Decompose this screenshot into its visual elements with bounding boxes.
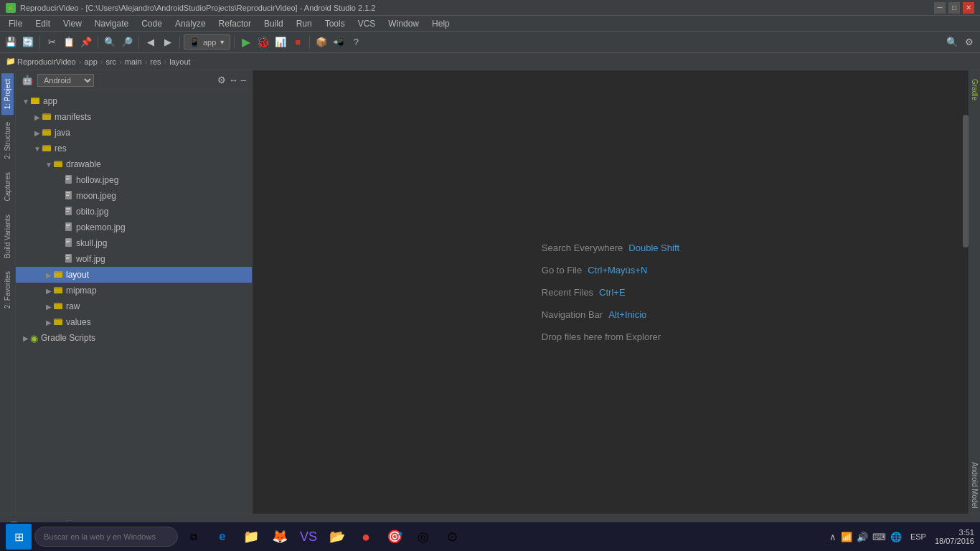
start-button[interactable]: ⊞ <box>6 524 32 550</box>
menu-item-run[interactable]: Run <box>291 17 318 30</box>
toolbar-cut[interactable]: ✂ <box>44 34 60 50</box>
sidebar-item-project[interactable]: 1: Project <box>1 73 14 115</box>
welcome-shortcut: Ctrl+E <box>599 287 625 298</box>
folder-app[interactable]: 📂 <box>324 524 350 550</box>
menu-item-tools[interactable]: Tools <box>319 17 351 30</box>
sidebar-item-structure[interactable]: 2: Structure <box>1 116 14 165</box>
breadcrumb-layout[interactable]: layout <box>169 57 190 66</box>
app-selector[interactable]: 📱 app ▼ <box>184 34 230 50</box>
help-button[interactable]: ? <box>348 34 364 50</box>
tree-item-mipmap[interactable]: ▶mipmap <box>16 283 252 298</box>
tree-item-obito[interactable]: obito.jpg <box>16 204 252 220</box>
run-button[interactable]: ▶ <box>238 34 254 50</box>
tree-item-moon[interactable]: moon.jpeg <box>16 188 252 204</box>
menu-item-help[interactable]: Help <box>426 17 456 30</box>
debug-button[interactable]: 🐞 <box>255 34 271 50</box>
taskbar-apps: ⧉ e 📁 🦊 VS 📂 ● 🎯 ◎ ⊙ <box>181 524 465 550</box>
sdk-manager[interactable]: 📦 <box>314 34 329 50</box>
menu-item-edit[interactable]: Edit <box>29 17 56 30</box>
explorer-app[interactable]: 📁 <box>238 524 264 550</box>
tree-item-manifests[interactable]: ▶manifests <box>16 109 252 125</box>
tree-item-app[interactable]: ▼app <box>16 93 252 109</box>
toolbar-save[interactable]: 💾 <box>3 34 19 50</box>
tree-label-obito: obito.jpg <box>76 207 108 217</box>
run-with-coverage[interactable]: 📊 <box>273 34 288 50</box>
app-9[interactable]: ⊙ <box>439 524 465 550</box>
panel-collapse-btn[interactable]: – <box>241 75 246 85</box>
close-button[interactable]: ✕ <box>963 2 974 14</box>
tree-item-wolf[interactable]: wolf.jpg <box>16 251 252 267</box>
project-view-selector[interactable]: Android Project Packages <box>37 74 94 87</box>
app-8[interactable]: ◎ <box>410 524 436 550</box>
maximize-button[interactable]: □ <box>948 2 960 14</box>
breadcrumb-project[interactable]: ReproducirVideo <box>17 57 76 66</box>
toolbar-paste[interactable]: 📌 <box>78 34 94 50</box>
welcome-line: Go to FileCtrl+Mayús+N <box>542 265 679 276</box>
sidebar-item-favorites[interactable]: 2: Favorites <box>1 265 14 314</box>
svg-rect-25 <box>66 227 69 227</box>
chrome-app[interactable]: ● <box>353 524 379 550</box>
windows-search-input[interactable] <box>34 527 178 547</box>
tree-item-gradle[interactable]: ▶◉Gradle Scripts <box>16 330 252 346</box>
breadcrumb-app[interactable]: app <box>84 57 97 66</box>
tree-item-drawable[interactable]: ▼drawable <box>16 156 252 172</box>
app-7[interactable]: 🎯 <box>382 524 407 550</box>
keyboard-icon[interactable]: ⌨ <box>872 532 886 542</box>
menu-item-refactor[interactable]: Refactor <box>213 17 257 30</box>
task-view-button[interactable]: ⧉ <box>181 524 207 550</box>
menu-item-view[interactable]: View <box>57 17 88 30</box>
stop-button[interactable]: ■ <box>290 34 306 50</box>
tree-item-raw[interactable]: ▶raw <box>16 298 252 314</box>
tree-icon-app <box>30 95 40 108</box>
edge-app[interactable]: e <box>209 524 235 550</box>
search-everywhere-btn[interactable]: 🔍 <box>944 34 960 50</box>
breadcrumb-res[interactable]: res <box>150 57 161 66</box>
tree-item-skull[interactable]: skull.jpg <box>16 235 252 251</box>
menu-item-file[interactable]: File <box>3 17 28 30</box>
settings-btn[interactable]: ⚙ <box>961 34 977 50</box>
tree-arrow-values: ▶ <box>44 319 53 326</box>
tree-item-layout[interactable]: ▶layout <box>16 267 252 283</box>
editor-area[interactable]: Search EverywhereDouble ShiftGo to FileC… <box>253 70 969 514</box>
toolbar-sync[interactable]: 🔄 <box>20 34 36 50</box>
toolbar-back[interactable]: ◀ <box>143 34 159 50</box>
tree-item-res[interactable]: ▼res <box>16 141 252 156</box>
menu-item-vcs[interactable]: VCS <box>352 17 382 30</box>
project-panel: 🤖 Android Project Packages ⚙ ↔ – ▼app▶ma… <box>16 70 253 514</box>
tree-item-java[interactable]: ▶java <box>16 125 252 141</box>
breadcrumb-src[interactable]: src <box>105 57 116 66</box>
toolbar-forward[interactable]: ▶ <box>160 34 176 50</box>
network-icon[interactable]: 📶 <box>841 532 852 542</box>
minimize-button[interactable]: ─ <box>934 2 946 14</box>
toolbar-search[interactable]: 🔍 <box>102 34 118 50</box>
menu-item-code[interactable]: Code <box>136 17 168 30</box>
firefox-app[interactable]: 🦊 <box>267 524 293 550</box>
tree-item-hollow[interactable]: hollow.jpeg <box>16 172 252 188</box>
svg-rect-5 <box>42 131 51 136</box>
visual-studio-app[interactable]: VS <box>296 524 321 550</box>
tray-up-icon[interactable]: ∧ <box>829 532 837 542</box>
sidebar-item-build-variants[interactable]: Build Variants <box>1 209 14 264</box>
menu-item-analyze[interactable]: Analyze <box>169 17 212 30</box>
menu-item-build[interactable]: Build <box>258 17 289 30</box>
project-tree: ▼app▶manifests▶java▼res▼drawablehollow.j… <box>16 90 252 514</box>
gradle-tab[interactable]: Gradle <box>969 73 980 106</box>
menu-item-window[interactable]: Window <box>382 17 425 30</box>
panel-expand-btn[interactable]: ↔ <box>229 75 238 85</box>
breadcrumb-main[interactable]: main <box>125 57 142 66</box>
android-model-tab[interactable]: Android Model <box>969 456 980 514</box>
toolbar-copy[interactable]: 📋 <box>61 34 77 50</box>
system-clock[interactable]: 3:51 18/07/2016 <box>935 528 974 545</box>
welcome-line: Search EverywhereDouble Shift <box>542 242 679 253</box>
scrollbar-thumb[interactable] <box>963 115 969 248</box>
tree-item-pokemon[interactable]: pokemon.jpg <box>16 220 252 235</box>
globe-icon[interactable]: 🌐 <box>890 532 902 542</box>
panel-settings-btn[interactable]: ⚙ <box>217 75 226 85</box>
sidebar-item-captures[interactable]: Captures <box>1 166 14 207</box>
menu-item-navigate[interactable]: Navigate <box>89 17 134 30</box>
avd-manager[interactable]: 📲 <box>331 34 347 50</box>
volume-icon[interactable]: 🔊 <box>857 532 868 542</box>
toolbar-replace[interactable]: 🔎 <box>119 34 135 50</box>
tree-icon-drawable <box>53 159 63 171</box>
tree-item-values[interactable]: ▶values <box>16 314 252 330</box>
